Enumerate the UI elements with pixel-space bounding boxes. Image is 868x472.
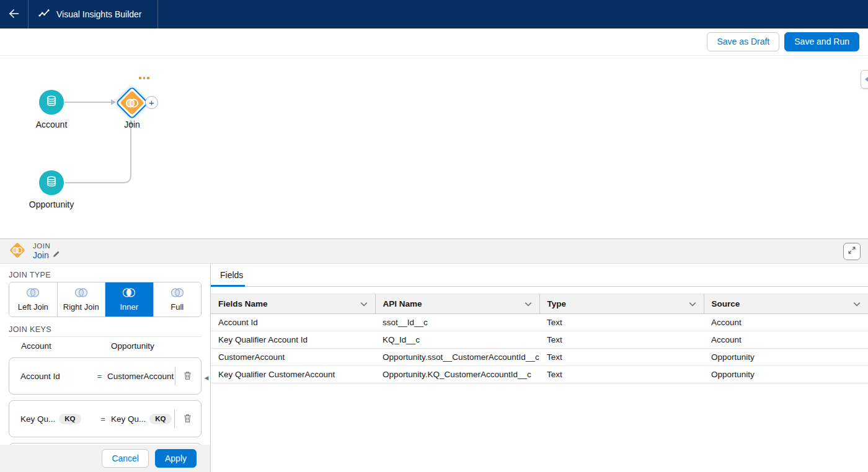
right-key-text: Key Qu... xyxy=(111,414,146,424)
database-icon xyxy=(45,175,58,191)
column-header-fields-name[interactable]: Fields Name xyxy=(211,294,375,314)
table-header-row: Fields Name API Name Type Source xyxy=(211,294,868,314)
column-label: Type xyxy=(547,299,567,308)
cell-type: Text xyxy=(539,314,704,331)
equals-operator: = xyxy=(95,414,111,424)
node-overflow-menu[interactable] xyxy=(139,77,149,79)
join-type-selector: Left Join Right Join Inner Full xyxy=(9,282,202,317)
node-name-edit[interactable]: Join xyxy=(33,250,60,260)
delete-key-pair-button[interactable] xyxy=(178,366,197,386)
active-tab-underline xyxy=(211,285,245,287)
column-label: Source xyxy=(712,299,740,308)
join-type-option-label: Full xyxy=(170,302,184,312)
node-account[interactable] xyxy=(39,90,64,115)
trend-chart-icon xyxy=(38,9,50,20)
cell-source: Opportunity xyxy=(704,349,868,366)
plus-icon: + xyxy=(149,97,154,108)
equals-operator: = xyxy=(92,372,107,381)
app-brand: Visual Insights Builder xyxy=(29,0,158,28)
column-header-type[interactable]: Type xyxy=(539,294,704,314)
divider xyxy=(174,409,175,428)
edge-connectors xyxy=(0,56,868,238)
add-node-button[interactable]: + xyxy=(145,96,158,109)
right-key-field: CustomerAccount xyxy=(107,372,174,381)
visual-insights-builder-app: Visual Insights Builder Save as Draft Sa… xyxy=(0,0,868,472)
expand-panel-button[interactable] xyxy=(843,243,861,260)
back-button[interactable] xyxy=(0,0,29,28)
panel-header: JOIN Join xyxy=(0,239,868,264)
left-key-text: Key Qu... xyxy=(20,414,55,424)
cancel-button[interactable]: Cancel xyxy=(102,449,149,468)
join-key-pair-row[interactable]: Key Qu... KQ = Key Qu... KQ xyxy=(9,400,202,437)
divider xyxy=(175,367,175,385)
right-panel-toggle[interactable] xyxy=(861,70,868,89)
venn-right-icon xyxy=(73,287,89,300)
node-opportunity[interactable] xyxy=(39,170,64,195)
node-account-label: Account xyxy=(17,120,86,129)
database-icon xyxy=(45,94,58,110)
key-qualifier-badge: KQ xyxy=(59,414,81,424)
panel-collapse-handle[interactable]: ◀ xyxy=(203,373,210,383)
cell-fields-name: Account Id xyxy=(211,314,375,331)
table-row[interactable]: Key Qualifier CustomerAccount Opportunit… xyxy=(211,366,868,383)
fields-table: Fields Name API Name Type Source Account… xyxy=(211,294,868,383)
column-label: Fields Name xyxy=(218,299,268,308)
join-diamond-icon xyxy=(7,240,27,263)
venn-icon xyxy=(124,98,140,111)
right-key-field: Key Qu... KQ xyxy=(111,414,173,424)
cell-type: Text xyxy=(539,366,704,383)
join-type-option-label: Right Join xyxy=(63,302,99,312)
cell-type: Text xyxy=(539,331,704,349)
join-keys-label: JOIN KEYS xyxy=(9,325,202,334)
cell-fields-name: CustomerAccount xyxy=(211,349,375,366)
fields-panel: Fields Fields Name API Name Type Source xyxy=(211,264,868,472)
cell-api-name: Opportunity.ssot__CustomerAccountId__c xyxy=(375,349,539,366)
join-config-panel: JOIN TYPE Left Join Right Join Inner xyxy=(0,264,211,472)
column-header-source[interactable]: Source xyxy=(704,294,868,314)
venn-inner-icon xyxy=(121,287,137,300)
table-row[interactable]: CustomerAccount Opportunity.ssot__Custom… xyxy=(211,349,868,366)
table-row[interactable]: Account Id ssot__Id__c Text Account xyxy=(211,314,868,331)
save-as-draft-button[interactable]: Save as Draft xyxy=(707,32,779,51)
node-name: Join xyxy=(33,250,49,260)
pencil-icon xyxy=(52,250,60,260)
ellipsis-icon xyxy=(139,77,141,79)
delete-key-pair-button[interactable] xyxy=(177,409,197,429)
table-row[interactable]: Key Qualifier Account Id KQ_Id__c Text A… xyxy=(211,331,868,349)
column-header-api-name[interactable]: API Name xyxy=(375,294,539,314)
triangle-left-icon: ◀ xyxy=(205,375,209,381)
venn-full-icon xyxy=(169,287,185,300)
left-key-field: Account Id xyxy=(20,372,92,381)
app-navbar: Visual Insights Builder xyxy=(0,0,868,28)
cell-type: Text xyxy=(539,349,704,366)
join-type-left-join[interactable]: Left Join xyxy=(9,282,58,317)
save-and-run-button[interactable]: Save and Run xyxy=(784,32,859,51)
venn-left-icon xyxy=(25,287,41,300)
graph-canvas[interactable]: Account Join + xyxy=(0,56,868,238)
column-label: API Name xyxy=(383,299,422,308)
join-type-right-join[interactable]: Right Join xyxy=(58,282,106,317)
join-key-pair-row[interactable]: Account Id = CustomerAccount xyxy=(9,357,202,395)
action-toolbar: Save as Draft Save and Run xyxy=(0,28,868,56)
join-detail-panel: JOIN Join JOIN TYPE xyxy=(0,238,868,472)
cell-source: Account xyxy=(704,314,868,331)
trash-icon xyxy=(183,370,192,382)
join-type-inner[interactable]: Inner xyxy=(105,282,154,317)
cell-api-name: ssot__Id__c xyxy=(375,314,539,331)
chevron-down-icon xyxy=(853,299,861,308)
node-opportunity-label: Opportunity xyxy=(17,199,86,209)
chevron-down-icon xyxy=(525,299,532,308)
key-qualifier-badge: KQ xyxy=(149,414,171,424)
trash-icon xyxy=(183,413,192,425)
tab-fields[interactable]: Fields xyxy=(220,270,243,280)
join-type-full[interactable]: Full xyxy=(154,282,202,317)
chevron-down-icon xyxy=(360,299,368,308)
apply-button[interactable]: Apply xyxy=(155,449,197,468)
left-key-field: Key Qu... KQ xyxy=(20,414,95,424)
right-object-header: Opportunity xyxy=(111,341,154,351)
join-type-option-label: Left Join xyxy=(18,302,48,312)
node-join[interactable] xyxy=(115,85,149,120)
left-object-header: Account xyxy=(21,341,111,351)
cell-fields-name: Key Qualifier CustomerAccount xyxy=(211,366,375,383)
join-type-label: JOIN TYPE xyxy=(9,271,202,279)
